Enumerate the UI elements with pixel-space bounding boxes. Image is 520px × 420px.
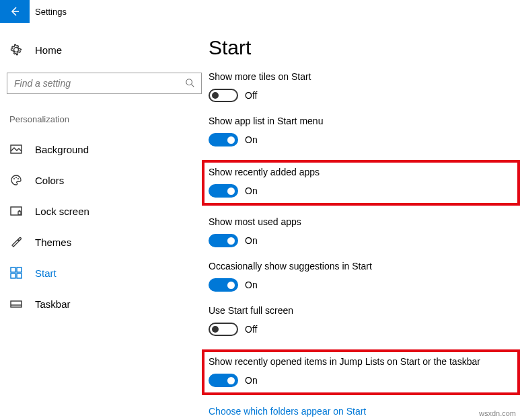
svg-rect-7 [18, 212, 21, 214]
lock-screen-icon [9, 205, 23, 217]
svg-point-5 [17, 178, 19, 179]
setting-1: Show app list in Start menuOn [209, 116, 520, 146]
sidebar-item-label: Lock screen [35, 206, 89, 217]
sidebar-item-label: Themes [35, 237, 71, 248]
toggle-state: On [245, 134, 258, 145]
toggle-state: On [245, 280, 258, 290]
background-icon [9, 143, 23, 155]
svg-line-1 [192, 84, 194, 87]
sidebar-item-themes[interactable]: Themes [7, 226, 209, 257]
setting-label: Show app list in Start menu [209, 116, 520, 126]
sidebar-item-background[interactable]: Background [7, 134, 209, 165]
arrow-left-icon [9, 6, 20, 17]
sidebar-item-label: Colors [35, 175, 64, 186]
svg-rect-12 [11, 301, 22, 307]
setting-5: Use Start full screenOff [209, 305, 520, 336]
search-input[interactable] [14, 78, 185, 89]
toggle-switch[interactable] [209, 323, 238, 336]
section-header: Personalization [7, 114, 209, 124]
svg-rect-8 [11, 267, 15, 272]
sidebar-item-taskbar[interactable]: Taskbar [7, 288, 209, 319]
home-label: Home [35, 44, 62, 56]
toggle-state: Off [245, 324, 257, 335]
toggle-state: Off [245, 90, 257, 101]
toggle-switch[interactable] [209, 278, 238, 292]
main-content: Start Show more tiles on StartOffShow ap… [209, 36, 520, 417]
setting-label: Show more tiles on Start [209, 71, 520, 82]
setting-3: Show most used appsOn [209, 216, 520, 247]
toggle-switch[interactable] [209, 234, 238, 247]
gear-icon [9, 43, 23, 56]
toggle-switch[interactable] [209, 133, 238, 146]
setting-6: Show recently opened items in Jump Lists… [202, 349, 520, 395]
watermark: wsxdn.com [479, 409, 516, 417]
setting-label: Show recently opened items in Jump Lists… [209, 356, 511, 367]
setting-2: Show recently added appsOn [202, 160, 520, 206]
setting-label: Show most used apps [209, 216, 520, 227]
colors-icon [9, 174, 23, 186]
back-button[interactable] [0, 0, 30, 23]
svg-point-3 [13, 178, 15, 179]
themes-icon [9, 236, 23, 248]
toggle-state: On [245, 375, 258, 386]
svg-rect-9 [17, 267, 22, 272]
home-nav[interactable]: Home [7, 36, 209, 63]
taskbar-icon [9, 298, 23, 310]
toggle-switch[interactable] [209, 374, 238, 387]
setting-0: Show more tiles on StartOff [209, 71, 520, 102]
setting-label: Occasionally show suggestions in Start [209, 261, 520, 271]
svg-point-4 [15, 177, 17, 178]
sidebar-item-start[interactable]: Start [7, 257, 209, 288]
start-icon [9, 267, 23, 279]
sidebar-item-label: Start [35, 267, 57, 279]
setting-4: Occasionally show suggestions in StartOn [209, 261, 520, 292]
search-box[interactable] [7, 73, 202, 94]
sidebar-item-colors[interactable]: Colors [7, 165, 209, 196]
sidebar: Home Personalization Background Colors L… [0, 36, 209, 417]
svg-point-0 [186, 79, 192, 85]
toggle-switch[interactable] [209, 89, 238, 102]
svg-rect-11 [17, 274, 22, 278]
folders-link[interactable]: Choose which folders appear on Start [209, 406, 520, 417]
toggle-state: On [245, 185, 258, 196]
titlebar: Settings [0, 0, 520, 23]
setting-label: Use Start full screen [209, 305, 520, 316]
sidebar-item-label: Background [35, 144, 89, 155]
svg-rect-10 [11, 274, 15, 278]
toggle-state: On [245, 235, 258, 246]
page-title: Start [209, 36, 520, 59]
setting-label: Show recently added apps [209, 167, 511, 177]
toggle-switch[interactable] [209, 184, 238, 198]
search-icon [185, 78, 194, 89]
window-title: Settings [35, 7, 67, 17]
sidebar-item-label: Taskbar [35, 298, 71, 310]
sidebar-item-lock-screen[interactable]: Lock screen [7, 196, 209, 226]
